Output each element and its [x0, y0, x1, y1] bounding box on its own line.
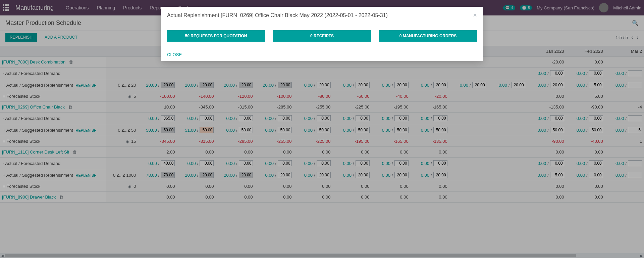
modal-close-button[interactable]: CLOSE	[167, 52, 182, 57]
modal-title: Actual Replenishment [FURN_0269] Office …	[167, 12, 388, 18]
rfq-button[interactable]: 50 REQUESTS FOR QUOTATION	[167, 30, 265, 42]
replenishment-modal: Actual Replenishment [FURN_0269] Office …	[161, 7, 483, 61]
receipts-button[interactable]: 0 RECEIPTS	[273, 30, 371, 42]
mo-button[interactable]: 0 MANUFACTURING ORDERS	[379, 30, 477, 42]
modal-close-icon[interactable]: ×	[473, 11, 477, 19]
